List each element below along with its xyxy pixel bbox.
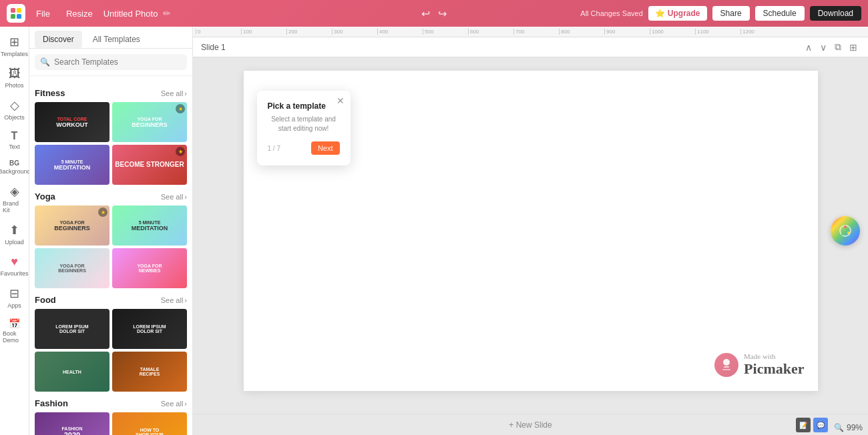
slide-nav-left: Slide 1 xyxy=(201,43,226,52)
saved-status: All Changes Saved xyxy=(580,9,643,17)
pick-template-popup: ✕ Pick a template Select a template and … xyxy=(257,91,351,165)
edit-icon: ✏ xyxy=(163,8,171,19)
file-menu[interactable]: File xyxy=(31,6,55,21)
app-logo xyxy=(7,4,25,23)
resize-menu[interactable]: Resize xyxy=(61,6,98,21)
slide-nav: Slide 1 ∧ ∨ ⧉ ⊞ xyxy=(193,37,868,57)
popup-description: Select a template and start editing now! xyxy=(268,115,340,133)
chat-icon[interactable]: 💬 xyxy=(813,418,828,432)
yoga-thumb-1[interactable]: Yoga for Beginners ★ xyxy=(35,205,110,246)
schedule-button[interactable]: Schedule xyxy=(755,6,805,21)
fashion-thumb-1[interactable]: FASHION 2020 xyxy=(35,412,110,435)
book-demo-icon: 📅 xyxy=(9,318,20,329)
food-section-header: Food See all › xyxy=(35,295,187,305)
yoga-see-all[interactable]: See all › xyxy=(161,193,187,201)
food-thumb-2[interactable]: Lorem ipsum dolor sit xyxy=(112,309,187,349)
slide-canvas[interactable]: ✕ Pick a template Select a template and … xyxy=(244,71,818,391)
upgrade-button[interactable]: ⭐ Upgrade xyxy=(648,6,707,21)
tab-all-templates[interactable]: All Templates xyxy=(85,31,148,48)
upload-icon: ⬆ xyxy=(9,223,19,238)
sidebar-item-apps[interactable]: ⊟ Apps xyxy=(0,282,29,313)
svg-rect-3 xyxy=(17,14,21,19)
tab-discover[interactable]: Discover xyxy=(35,31,82,48)
food-grid: LOREM IPSUM DOLOR SIT Lorem ipsum dolor … xyxy=(35,309,187,392)
document-title: Untitled Photo xyxy=(103,9,158,19)
apps-icon: ⊟ xyxy=(9,286,19,301)
tab-row: Discover All Templates xyxy=(29,27,192,49)
yoga-section-header: Yoga See all › xyxy=(35,191,187,201)
star-badge-yoga1: ★ xyxy=(98,207,107,217)
sidebar-item-upload[interactable]: ⬆ Upload xyxy=(0,219,29,250)
food-see-all[interactable]: See all › xyxy=(161,296,187,304)
brandkit-icon: ◈ xyxy=(10,184,19,199)
fitness-thumb-3[interactable]: 5 Minute Meditation xyxy=(35,145,110,185)
fashion-see-all[interactable]: See all › xyxy=(161,400,187,408)
download-button[interactable]: Download xyxy=(810,6,861,21)
slide-copy-button[interactable]: ⧉ xyxy=(832,40,844,54)
slide-add-button[interactable]: ⊞ xyxy=(847,41,860,54)
sidebar-item-text[interactable]: T Text xyxy=(0,126,29,154)
slide-down-button[interactable]: ∨ xyxy=(817,41,829,54)
yoga-thumb-2[interactable]: 5 Minute Meditation xyxy=(112,205,187,246)
popup-footer: 1 / 7 Next xyxy=(268,141,340,155)
horizontal-ruler: 0 100 200 300 400 500 600 700 800 900 10… xyxy=(193,27,868,37)
search-icon: 🔍 xyxy=(40,57,50,67)
sidebar-item-book-demo[interactable]: 📅 Book Demo xyxy=(0,314,29,348)
popup-next-button[interactable]: Next xyxy=(311,141,340,155)
ruler-mark-8: 800 xyxy=(559,29,604,35)
svg-rect-5 xyxy=(724,366,729,368)
fitness-thumb-4[interactable]: BECOME STRONGER ★ xyxy=(112,145,187,185)
topbar-right: All Changes Saved ⭐ Upgrade Share Schedu… xyxy=(580,6,861,21)
chevron-right-icon-food: › xyxy=(184,296,187,304)
canvas-scroll[interactable]: ✕ Pick a template Select a template and … xyxy=(193,57,868,414)
zoom-out-button[interactable]: 🔍 xyxy=(834,423,844,432)
food-section-title: Food xyxy=(35,295,56,305)
redo-button[interactable]: ↪ xyxy=(438,7,447,20)
picmaker-watermark: Made with Picmaker xyxy=(714,352,804,378)
sidebar-item-templates[interactable]: ⊞ Templates xyxy=(0,31,29,61)
search-input[interactable] xyxy=(54,57,182,67)
background-icon: BG xyxy=(9,159,19,167)
svg-point-4 xyxy=(723,359,730,366)
topbar: File Resize Untitled Photo ✏ ↩ ↪ All Cha… xyxy=(0,0,868,27)
sidebar-item-objects[interactable]: ◇ Objects xyxy=(0,94,29,125)
picmaker-logo xyxy=(714,353,738,377)
fitness-see-all[interactable]: See all › xyxy=(161,89,187,97)
ruler-mark-6: 600 xyxy=(468,29,513,35)
new-slide-button[interactable]: + New Slide xyxy=(193,414,868,435)
objects-icon: ◇ xyxy=(10,98,19,113)
ruler-mark-7: 700 xyxy=(513,29,559,35)
undo-button[interactable]: ↩ xyxy=(421,7,430,20)
sidebar-item-favourites[interactable]: ♥ Favourites xyxy=(0,251,29,281)
palette-button[interactable] xyxy=(831,216,860,246)
food-thumb-4[interactable]: Tamale Recipes xyxy=(112,352,187,392)
food-thumb-3[interactable]: HEALTH xyxy=(35,352,110,392)
sidebar-item-photos[interactable]: 🖼 Photos xyxy=(0,63,29,93)
brand-name-text: Picmaker xyxy=(744,360,804,378)
notes-icon[interactable]: 📝 xyxy=(796,418,811,432)
popup-step: 1 / 7 xyxy=(268,145,280,152)
yoga-thumb-3[interactable]: YOGA FOR BEGINNERS xyxy=(35,248,110,288)
background-label: Background xyxy=(0,168,31,175)
svg-point-8 xyxy=(844,226,847,228)
sidebar-item-brandkit[interactable]: ◈ Brand Kit xyxy=(0,180,29,218)
fitness-thumb-1[interactable]: TOTAL CORE WORKOUT xyxy=(35,102,110,142)
fashion-thumb-2[interactable]: HOW TO SHOP YOUR xyxy=(112,412,187,435)
made-with-text: Made with xyxy=(744,352,804,360)
panel-scroll[interactable]: Fitness See all › TOTAL CORE WORKOUT Yog… xyxy=(29,76,192,435)
text-label: Text xyxy=(9,143,20,150)
yoga-thumb-4[interactable]: Yoga for Newbies xyxy=(112,248,187,288)
food-thumb-1[interactable]: LOREM IPSUM DOLOR SIT xyxy=(35,309,110,349)
popup-close-button[interactable]: ✕ xyxy=(335,95,347,107)
sidebar-item-background[interactable]: BG Background xyxy=(0,155,29,179)
fitness-thumb-2[interactable]: Yoga for Beginners ★ xyxy=(112,102,187,142)
main-layout: ⊞ Templates 🖼 Photos ◇ Objects T Text BG… xyxy=(0,27,868,435)
share-button[interactable]: Share xyxy=(712,6,750,21)
ruler-mark-2: 200 xyxy=(286,29,332,35)
slide-up-button[interactable]: ∧ xyxy=(803,41,815,54)
fashion-grid: FASHION 2020 HOW TO SHOP YOUR FASHION IN… xyxy=(35,412,187,435)
canvas-area: 0 100 200 300 400 500 600 700 800 900 10… xyxy=(193,27,868,435)
templates-icon: ⊞ xyxy=(9,35,19,49)
fitness-section-header: Fitness See all › xyxy=(35,88,187,98)
ruler-mark-0: 0 xyxy=(196,29,241,35)
